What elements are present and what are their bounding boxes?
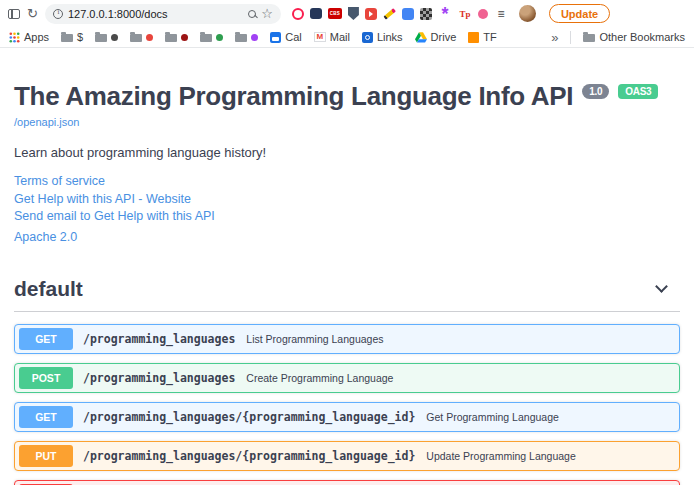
bookmarks-overflow-chevron[interactable]: » <box>551 30 558 45</box>
bookmark-label: Other Bookmarks <box>599 31 685 43</box>
leaf-marker-icon <box>216 34 223 41</box>
swagger-docs-page: The Amazing Programming Language Info AP… <box>0 48 694 485</box>
endpoint-row-get-2[interactable]: GET/programming_languages/{programming_l… <box>14 402 680 432</box>
endpoint-summary: Create Programming Language <box>246 372 393 384</box>
contact-website-link[interactable]: Get Help with this API - Website <box>14 192 680 208</box>
folder-icon <box>235 34 247 42</box>
tp-extension-icon[interactable]: Tp <box>458 7 472 21</box>
terms-of-service-link[interactable]: Terms of service <box>14 174 680 190</box>
endpoint-summary: Update Programming Language <box>426 450 575 462</box>
endpoint-path: /programming_languages/{programming_lang… <box>83 410 415 424</box>
url-text: 127.0.0.1:8000/docs <box>68 8 243 20</box>
chat-extension-icon[interactable] <box>310 8 322 19</box>
opera-extension-icon[interactable] <box>292 8 304 20</box>
api-info-links: Terms of service Get Help with this API … <box>14 174 680 246</box>
license-link[interactable]: Apache 2.0 <box>14 230 680 246</box>
folder-icon <box>200 34 212 42</box>
bookmark-folder-heart[interactable] <box>235 32 258 42</box>
oas3-badge: OAS3 <box>618 84 658 99</box>
bookmark-label: Links <box>377 31 403 43</box>
method-badge: PUT <box>19 445 73 467</box>
arrow-extension-icon[interactable] <box>365 8 377 20</box>
folder-icon <box>95 34 107 42</box>
gift-marker-icon <box>181 34 188 41</box>
browser-toolbar: ↻ 127.0.0.1:8000/docs ☆ CBS * Tp ≡ Updat… <box>0 0 694 27</box>
bookmark-label: $ <box>77 31 83 43</box>
openapi-json-link[interactable]: /openapi.json <box>14 116 79 128</box>
update-button[interactable]: Update <box>549 4 610 23</box>
endpoint-path: /programming_languages <box>83 371 235 385</box>
bookmark-links[interactable]: Links <box>362 31 403 43</box>
side-panel-icon[interactable] <box>8 9 20 19</box>
bookmark-folder-gift[interactable] <box>165 32 188 42</box>
api-title-text: The Amazing Programming Language Info AP… <box>14 81 573 112</box>
bookmark-cal[interactable]: Cal <box>270 31 302 43</box>
pencil-extension-icon[interactable] <box>383 8 395 19</box>
endpoint-row-get-0[interactable]: GET/programming_languagesList Programmin… <box>14 324 680 354</box>
tensorflow-icon <box>468 32 479 43</box>
calendar-icon <box>270 32 281 43</box>
bookmark-folder-paw[interactable] <box>95 32 118 42</box>
bookmark-folder-leaf[interactable] <box>200 32 223 42</box>
blue-square-extension-icon[interactable] <box>402 8 414 20</box>
bookmark-folder-dollar[interactable]: $ <box>61 31 83 43</box>
reload-icon[interactable]: ↻ <box>27 7 38 20</box>
bookmark-label: TF <box>483 31 496 43</box>
zoom-icon[interactable] <box>248 10 256 18</box>
bookmark-label: Cal <box>285 31 302 43</box>
bookmark-drive[interactable]: Drive <box>415 31 457 43</box>
browser-chrome: ↻ 127.0.0.1:8000/docs ☆ CBS * Tp ≡ Updat… <box>0 0 694 48</box>
method-badge: GET <box>19 328 73 350</box>
bookmark-star-icon[interactable]: ☆ <box>261 7 273 20</box>
site-info-icon[interactable] <box>53 9 63 19</box>
endpoint-summary: Get Programming Language <box>426 411 559 423</box>
list-extension-icon[interactable]: ≡ <box>494 7 508 21</box>
bookmark-label: Mail <box>330 31 350 43</box>
apps-grid-icon <box>9 32 20 43</box>
profile-avatar[interactable] <box>519 5 536 22</box>
api-description: Learn about programming language history… <box>14 145 680 160</box>
endpoint-row-delete-4[interactable]: DELETE/programming_languages/{programmin… <box>14 480 680 485</box>
bookmark-other-bookmarks[interactable]: Other Bookmarks <box>583 31 685 43</box>
endpoint-list: GET/programming_languagesList Programmin… <box>14 324 680 485</box>
bookmark-mail[interactable]: Mail <box>314 31 350 43</box>
bookmarks-bar: Apps $ Cal Mail Links Drive TF » Other B… <box>0 27 694 48</box>
flower-extension-icon[interactable]: * <box>438 7 452 21</box>
chevron-down-icon[interactable] <box>655 280 668 293</box>
folder-icon <box>165 34 177 42</box>
extension-icons: CBS * Tp ≡ <box>292 7 508 21</box>
shield-extension-icon[interactable] <box>348 7 359 20</box>
bookmark-label: Apps <box>24 31 49 43</box>
heart-marker-icon <box>251 34 258 41</box>
method-badge: GET <box>19 406 73 428</box>
bookmark-tf[interactable]: TF <box>468 31 496 43</box>
pink-extension-icon[interactable] <box>478 9 488 19</box>
api-title: The Amazing Programming Language Info AP… <box>14 81 680 112</box>
folder-icon <box>583 34 595 42</box>
method-badge: POST <box>19 367 73 389</box>
bookmarks-separator <box>570 31 571 44</box>
links-icon <box>362 32 373 43</box>
version-badge: 1.0 <box>582 84 609 99</box>
tag-section-default[interactable]: default <box>14 269 680 312</box>
cbs-extension-icon[interactable]: CBS <box>328 8 342 19</box>
endpoint-summary: List Programming Languages <box>246 333 383 345</box>
bookmark-apps[interactable]: Apps <box>9 31 49 43</box>
contact-email-link[interactable]: Send email to Get Help with this API <box>14 209 680 225</box>
endpoint-row-post-1[interactable]: POST/programming_languagesCreate Program… <box>14 363 680 393</box>
bookmark-label: Drive <box>431 31 457 43</box>
drive-icon <box>415 32 427 43</box>
folder-icon <box>130 34 142 42</box>
endpoint-path: /programming_languages <box>83 332 235 346</box>
endpoint-row-put-3[interactable]: PUT/programming_languages/{programming_l… <box>14 441 680 471</box>
tag-title: default <box>14 277 83 301</box>
folder-icon <box>61 34 73 42</box>
address-bar[interactable]: 127.0.0.1:8000/docs ☆ <box>45 4 281 24</box>
bookmark-folder-cherry[interactable] <box>130 32 153 42</box>
checker-extension-icon[interactable] <box>420 8 432 20</box>
gmail-icon <box>314 32 326 42</box>
paw-marker-icon <box>111 34 118 41</box>
endpoint-path: /programming_languages/{programming_lang… <box>83 449 415 463</box>
cherry-marker-icon <box>146 34 153 41</box>
